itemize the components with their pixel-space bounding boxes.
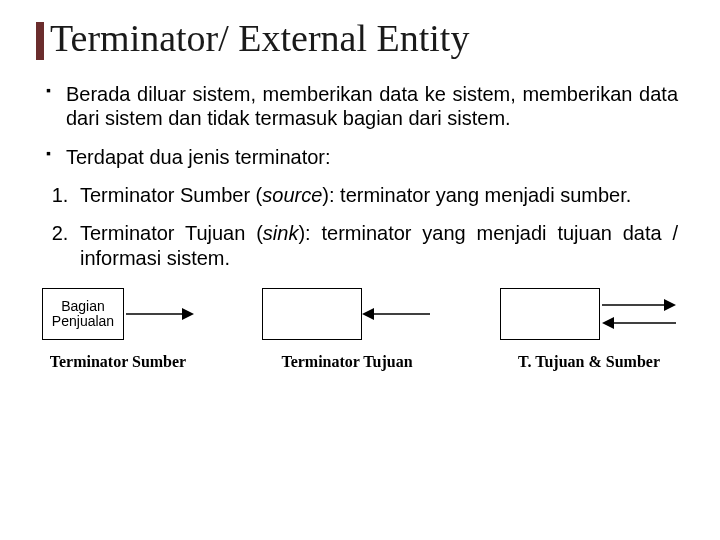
diagram-caption: Terminator Tujuan xyxy=(281,352,412,372)
numbered-item: Terminator Tujuan (sink): terminator yan… xyxy=(74,221,678,270)
text-run: Terminator Tujuan ( xyxy=(80,222,263,244)
diagram-top xyxy=(500,284,678,344)
bullet-item: Berada diluar sistem, memberikan data ke… xyxy=(42,82,678,131)
arrow-left-icon xyxy=(362,304,432,324)
numbered-list: Terminator Sumber (source): terminator y… xyxy=(42,183,678,270)
svg-marker-5 xyxy=(664,299,676,311)
content-body: Berada diluar sistem, memberikan data ke… xyxy=(36,82,684,372)
diagram-sink: Terminator Tujuan xyxy=(262,284,432,372)
diagram-top: Bagian Penjualan xyxy=(42,284,194,344)
terminator-box xyxy=(262,288,362,340)
box-label: Penjualan xyxy=(52,313,114,329)
svg-marker-2 xyxy=(362,308,374,320)
arrow-bidirectional-icon xyxy=(600,294,678,334)
bullet-item: Terdapat dua jenis terminator: xyxy=(42,145,678,169)
diagram-caption: Terminator Sumber xyxy=(50,352,186,372)
slide: Terminator/ External Entity Berada dilua… xyxy=(0,0,720,540)
terminator-box: Bagian Penjualan xyxy=(42,288,124,340)
diagram-row: Bagian Penjualan Terminator Sumber xyxy=(42,284,678,372)
diagram-source: Bagian Penjualan Terminator Sumber xyxy=(42,284,194,372)
diagram-both: T. Tujuan & Sumber xyxy=(500,284,678,372)
svg-marker-1 xyxy=(182,308,194,320)
arrow-right-icon xyxy=(124,304,194,324)
page-title: Terminator/ External Entity xyxy=(50,18,684,60)
accent-bar xyxy=(36,22,44,60)
box-label: Bagian xyxy=(61,298,105,314)
italic-term: source xyxy=(262,184,322,206)
italic-term: sink xyxy=(263,222,299,244)
numbered-item: Terminator Sumber (source): terminator y… xyxy=(74,183,678,207)
diagram-caption: T. Tujuan & Sumber xyxy=(518,352,660,372)
svg-marker-6 xyxy=(602,317,614,329)
text-run: ): terminator yang menjadi sumber. xyxy=(322,184,631,206)
bullet-list: Berada diluar sistem, memberikan data ke… xyxy=(42,82,678,169)
terminator-box xyxy=(500,288,600,340)
diagram-top xyxy=(262,284,432,344)
text-run: Terminator Sumber ( xyxy=(80,184,262,206)
